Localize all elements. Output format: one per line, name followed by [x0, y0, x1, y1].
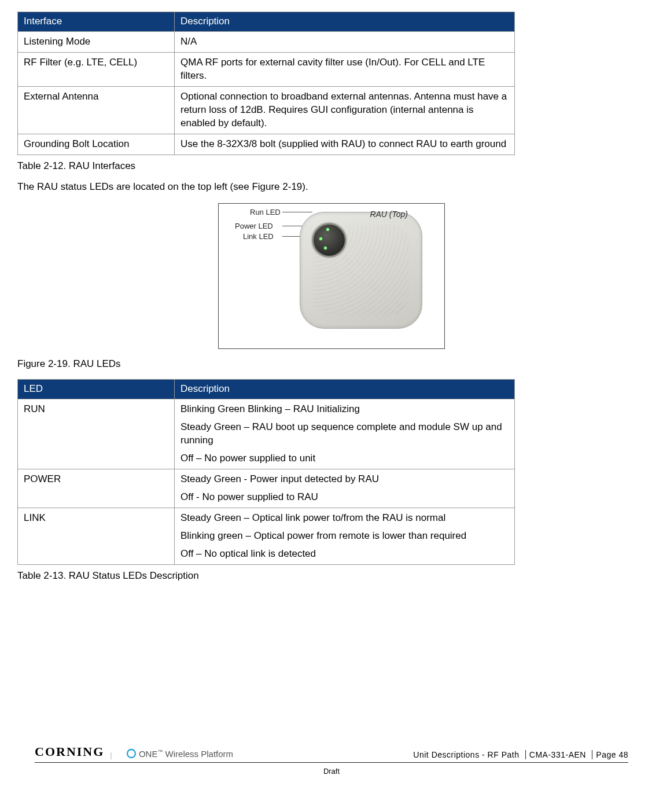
label-rau-top: RAU (Top)	[370, 209, 408, 220]
draft-label: Draft	[35, 766, 628, 777]
label-power-led: Power LED	[235, 221, 273, 232]
figure-caption: Figure 2-19. RAU LEDs	[17, 358, 646, 371]
led-table: LED Description RUN Blinking Green Blink…	[17, 379, 515, 564]
table-row: POWER Steady Green - Power input detecte…	[18, 469, 515, 508]
one-icon	[126, 748, 137, 759]
col-description: Description	[175, 380, 515, 399]
table-caption: Table 2-12. RAU Interfaces	[17, 160, 646, 173]
product-name: ONE™ Wireless Platform	[126, 748, 233, 760]
rau-device-icon: RAU (Top)	[300, 212, 422, 329]
interface-table: Interface Description Listening ModeN/A …	[17, 12, 515, 155]
col-led: LED	[18, 380, 175, 399]
brand-logo: CORNING	[35, 743, 104, 760]
table-row: Grounding Bolt LocationUse the 8-32X3/8 …	[18, 134, 515, 155]
figure-rau-leds: Run LED Power LED Link LED RAU (Top)	[17, 203, 646, 353]
col-description: Description	[175, 12, 515, 32]
table-caption: Table 2-13. RAU Status LEDs Description	[17, 569, 646, 583]
table-row: Listening ModeN/A	[18, 31, 515, 52]
footer-meta: Unit Descriptions - RF Path CMA-331-AEN …	[413, 749, 628, 760]
label-link-led: Link LED	[243, 232, 274, 242]
table-row: RF Filter (e.g. LTE, CELL)QMA RF ports f…	[18, 52, 515, 86]
label-run-led: Run LED	[250, 207, 281, 218]
table-row: RUN Blinking Green Blinking – RAU Initia…	[18, 399, 515, 469]
table-row: External AntennaOptional connection to b…	[18, 86, 515, 134]
col-interface: Interface	[18, 12, 175, 32]
device-illustration: Run LED Power LED Link LED RAU (Top)	[218, 203, 445, 349]
table-header-row: LED Description	[18, 380, 515, 399]
table-row: LINK Steady Green – Optical link power t…	[18, 508, 515, 564]
page-footer: CORNING | ONE™ Wireless Platform Unit De…	[35, 743, 628, 777]
body-paragraph: The RAU status LEDs are located on the t…	[17, 181, 646, 194]
svg-point-0	[127, 749, 135, 758]
table-header-row: Interface Description	[18, 12, 515, 32]
